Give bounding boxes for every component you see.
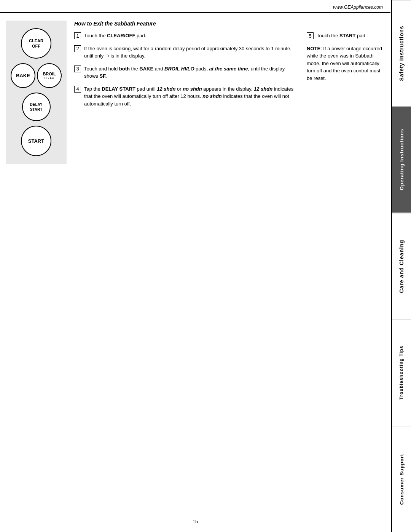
button-panel: CLEAROFF BAKE BROIL HI / LO DELAYSTART S…: [6, 21, 67, 164]
main-content: www.GEAppliances.com CLEAROFF BAKE BROIL…: [0, 0, 390, 532]
step-5: 5 Touch the START pad.: [307, 32, 383, 40]
step-4-number: 4: [74, 86, 81, 93]
step-2-number: 2: [74, 45, 81, 52]
step-3-text: Touch and hold both the BAKE and BROIL H…: [84, 65, 299, 80]
step-3-number: 3: [74, 66, 81, 72]
broil-button[interactable]: BROIL HI / LO: [37, 63, 62, 88]
step-1: 1 Touch the CLEAR/OFF pad.: [74, 32, 299, 40]
step-5-text: Touch the START pad.: [317, 32, 366, 40]
page-number: 15: [193, 519, 198, 524]
steps-container: 1 Touch the CLEAR/OFF pad. 2 If the oven…: [74, 32, 383, 113]
tab-operating[interactable]: Operating Instructions: [392, 106, 411, 212]
header: www.GEAppliances.com: [0, 0, 390, 13]
bake-button[interactable]: BAKE: [11, 63, 35, 88]
bake-broil-group: BAKE BROIL HI / LO: [11, 63, 62, 88]
tab-care[interactable]: Care and Cleaning: [392, 213, 411, 319]
tab-consumer[interactable]: Consumer Support: [392, 426, 411, 532]
clear-off-button[interactable]: CLEAROFF: [21, 28, 51, 59]
step-3: 3 Touch and hold both the BAKE and BROIL…: [74, 65, 299, 80]
delay-start-button[interactable]: DELAYSTART: [22, 93, 51, 121]
website-url: www.GEAppliances.com: [333, 5, 383, 10]
step-5-number: 5: [307, 32, 314, 39]
step-4: 4 Tap the DELAY START pad until 12 shdn …: [74, 85, 299, 108]
note-box: NOTE: If a power outage occurred while t…: [307, 45, 383, 82]
step-4-text: Tap the DELAY START pad until 12 shdn or…: [84, 85, 299, 108]
right-navigation: Safety Instructions Operating Instructio…: [391, 0, 411, 532]
steps-left: 1 Touch the CLEAR/OFF pad. 2 If the oven…: [74, 32, 299, 113]
content-area: CLEAROFF BAKE BROIL HI / LO DELAYSTART S…: [0, 13, 390, 171]
step-1-text: Touch the CLEAR/OFF pad.: [84, 32, 146, 40]
step-1-number: 1: [74, 32, 81, 39]
step-2: 2 If the oven is cooking, wait for a ran…: [74, 45, 299, 60]
tab-troubleshooting[interactable]: Troubleshooting Tips: [392, 319, 411, 425]
tab-safety[interactable]: Safety Instructions: [392, 0, 411, 106]
step-2-text: If the oven is cooking, wait for a rando…: [84, 45, 299, 60]
start-button[interactable]: START: [21, 126, 51, 156]
steps-right: 5 Touch the START pad. NOTE: If a power …: [307, 32, 383, 113]
section-title: How to Exit the Sabbath Feature: [74, 21, 383, 27]
instructions-area: How to Exit the Sabbath Feature 1 Touch …: [74, 21, 383, 164]
